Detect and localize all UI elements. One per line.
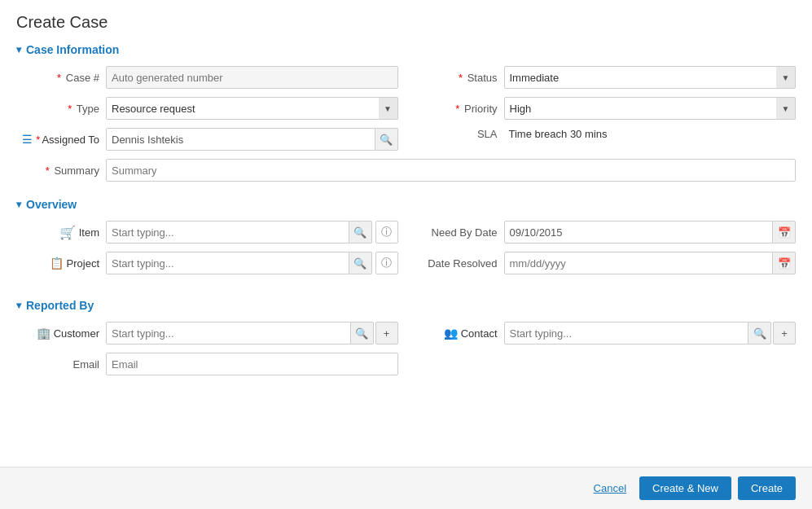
assigned-to-input-group: 🔍 bbox=[106, 128, 398, 151]
required-star: * bbox=[57, 72, 61, 84]
date-resolved-input[interactable] bbox=[504, 252, 774, 274]
customer-input[interactable] bbox=[106, 322, 351, 344]
assigned-to-input[interactable] bbox=[106, 128, 375, 151]
overview-label: Overview bbox=[26, 198, 77, 211]
overview-chevron-icon: ▾ bbox=[16, 199, 21, 210]
summary-label: * Summary bbox=[16, 165, 106, 177]
case-number-row: * Case # bbox=[16, 66, 398, 89]
contact-input[interactable] bbox=[504, 322, 749, 344]
need-by-date-label: Need By Date bbox=[415, 226, 504, 239]
item-info-button[interactable]: ⓘ bbox=[375, 221, 398, 244]
create-new-button[interactable]: Create & New bbox=[639, 476, 731, 500]
project-row: 📋 Project 🔍 ⓘ bbox=[16, 252, 398, 274]
item-row: 🛒 Item 🔍 ⓘ bbox=[16, 221, 398, 244]
email-label: Email bbox=[16, 358, 106, 371]
project-list-icon: 📋 bbox=[50, 257, 64, 270]
create-button[interactable]: Create bbox=[738, 476, 796, 500]
item-input[interactable] bbox=[106, 221, 349, 244]
overview-section: ▾ Overview 🛒 Item 🔍 ⓘ bbox=[16, 198, 796, 283]
project-search-button[interactable]: 🔍 bbox=[349, 252, 372, 274]
overview-header[interactable]: ▾ Overview bbox=[16, 198, 796, 211]
contact-row: 👥 Contact 🔍 + bbox=[415, 322, 797, 344]
cancel-button[interactable]: Cancel bbox=[587, 479, 633, 498]
reported-by-label: Reported By bbox=[26, 299, 94, 312]
type-row: * Type Resource request Bug Feature Requ… bbox=[16, 97, 398, 120]
status-select-wrapper: Immediate High Medium Low ▼ bbox=[504, 66, 797, 89]
case-number-input[interactable] bbox=[106, 66, 398, 89]
assigned-to-label-wrap: ☰ * Assigned To bbox=[16, 133, 106, 146]
project-info-button[interactable]: ⓘ bbox=[375, 252, 398, 274]
contact-input-group: 🔍 + bbox=[504, 322, 797, 344]
email-row: Email bbox=[16, 353, 398, 375]
email-input[interactable] bbox=[106, 353, 398, 375]
type-select-wrapper: Resource request Bug Feature Request ▼ bbox=[106, 97, 398, 120]
summary-row: * Summary bbox=[16, 159, 796, 182]
need-by-date-row: Need By Date 📅 bbox=[415, 221, 797, 244]
assigned-to-row: ☰ * Assigned To 🔍 bbox=[16, 128, 398, 151]
reported-by-chevron-icon: ▾ bbox=[16, 300, 21, 311]
date-resolved-input-group: 📅 bbox=[504, 252, 797, 274]
sla-value: Time breach 30 mins bbox=[504, 128, 608, 140]
priority-label: * Priority bbox=[415, 103, 504, 115]
project-input[interactable] bbox=[106, 252, 349, 274]
priority-select-wrapper: High Medium Low Critical ▼ bbox=[504, 97, 797, 120]
customer-building-icon: 🏢 bbox=[37, 327, 50, 340]
assigned-to-search-button[interactable]: 🔍 bbox=[375, 128, 398, 151]
footer-bar: Cancel Create & New Create bbox=[0, 467, 812, 509]
chevron-icon: ▾ bbox=[16, 44, 21, 55]
type-select[interactable]: Resource request Bug Feature Request bbox=[106, 97, 398, 120]
need-by-date-input-group: 📅 bbox=[504, 221, 797, 244]
case-information-header[interactable]: ▾ Case Information bbox=[16, 43, 796, 56]
contact-search-button[interactable]: 🔍 bbox=[748, 322, 771, 344]
summary-input[interactable] bbox=[106, 159, 796, 182]
date-resolved-label: Date Resolved bbox=[415, 257, 504, 270]
contact-add-button[interactable]: + bbox=[773, 322, 796, 344]
project-input-group: 🔍 ⓘ bbox=[106, 252, 398, 274]
sla-label: SLA bbox=[415, 128, 504, 140]
customer-search-button[interactable]: 🔍 bbox=[351, 322, 374, 344]
need-by-date-input[interactable] bbox=[504, 221, 774, 244]
need-by-date-calendar-button[interactable]: 📅 bbox=[773, 221, 796, 244]
status-row: * Status Immediate High Medium Low ▼ bbox=[415, 66, 797, 89]
case-information-label: Case Information bbox=[26, 43, 119, 56]
sla-row: SLA Time breach 30 mins bbox=[415, 128, 797, 140]
item-label-wrap: 🛒 Item bbox=[16, 225, 106, 240]
date-resolved-calendar-button[interactable]: 📅 bbox=[773, 252, 796, 274]
customer-row: 🏢 Customer 🔍 + bbox=[16, 322, 398, 344]
priority-row: * Priority High Medium Low Critical ▼ bbox=[415, 97, 797, 120]
project-label-wrap: 📋 Project bbox=[16, 257, 106, 270]
status-label: * Status bbox=[415, 72, 504, 84]
item-cart-icon: 🛒 bbox=[59, 225, 76, 240]
status-select[interactable]: Immediate High Medium Low bbox=[504, 66, 797, 89]
assigned-to-icon: ☰ bbox=[22, 133, 33, 146]
priority-select[interactable]: High Medium Low Critical bbox=[504, 97, 797, 120]
page-title: Create Case bbox=[16, 13, 796, 32]
reported-by-section: ▾ Reported By 🏢 Customer 🔍 + bbox=[16, 299, 796, 384]
contact-label-wrap: 👥 Contact bbox=[415, 327, 504, 340]
item-input-group: 🔍 ⓘ bbox=[106, 221, 398, 244]
customer-add-button[interactable]: + bbox=[375, 322, 398, 344]
customer-label-wrap: 🏢 Customer bbox=[16, 327, 106, 340]
item-search-button[interactable]: 🔍 bbox=[349, 221, 372, 244]
case-number-label: * Case # bbox=[16, 72, 106, 84]
date-resolved-row: Date Resolved 📅 bbox=[415, 252, 797, 274]
reported-by-header[interactable]: ▾ Reported By bbox=[16, 299, 796, 312]
type-label: * Type bbox=[16, 103, 106, 115]
case-information-section: ▾ Case Information * Case # * Typ bbox=[16, 43, 796, 182]
contact-people-icon: 👥 bbox=[444, 327, 458, 340]
customer-input-group: 🔍 + bbox=[106, 322, 398, 344]
